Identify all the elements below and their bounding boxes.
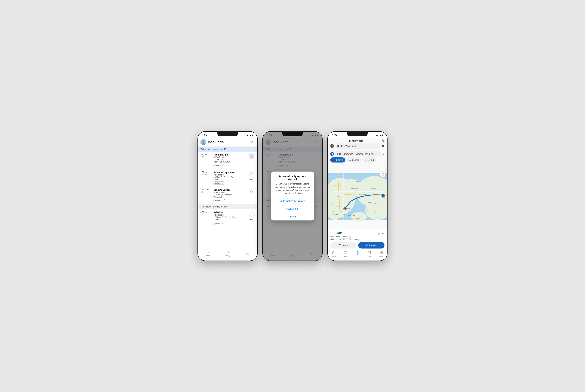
booking-actions-1: ··· — [248, 154, 255, 167]
svg-text:99: 99 — [333, 211, 334, 212]
user-avatar-1 — [200, 139, 206, 145]
transport-walk[interactable]: 🚶 4 hr 9 — [362, 158, 376, 162]
svg-text:BEACON HILL: BEACON HILL — [333, 214, 340, 215]
transport-drive[interactable]: 🚗 30 min — [330, 158, 345, 162]
signal-icon-3 — [376, 134, 378, 136]
nav-icon-1[interactable] — [249, 154, 254, 159]
maps-bottom-nav: Home News — [328, 250, 387, 260]
route-distance: (13 mi) — [378, 232, 385, 235]
maps-nav-apps[interactable]: Apps — [375, 251, 387, 257]
status-time-3: 8:05 — [332, 134, 337, 137]
tomorrow-header-1: Tomorrow • Thursday, Nov 16 — [198, 204, 257, 209]
nav-icon-3[interactable] — [249, 189, 254, 194]
svg-point-27 — [382, 141, 383, 142]
steps-button[interactable]: Steps — [330, 242, 357, 248]
more-button-1[interactable]: ··· — [250, 160, 253, 164]
refresh-button[interactable]: ↻ — [382, 152, 385, 156]
phone-3-screen: 8:05 ▲ ▮ ‹ — [328, 132, 387, 260]
app-header-1: Bookings — [198, 138, 257, 147]
maps-header: ‹ DIRECTIONS — [328, 138, 387, 164]
more-button-2[interactable]: ··· — [250, 178, 253, 181]
booking-item-4[interactable]: 8:00 AM 2h Relecloud Maintenance 17 Mapl… — [198, 209, 257, 227]
svg-text:Bellevue: Bellevue — [364, 209, 369, 211]
preview-button[interactable]: Preview — [358, 242, 385, 248]
map-area[interactable]: VIEW RIDGE Kirkland Redmond Yarrow Point… — [328, 164, 387, 229]
compass-button[interactable] — [380, 172, 385, 177]
svg-text:VIEW RIDGE: VIEW RIDGE — [334, 184, 341, 186]
svg-text:ttle: ttle — [331, 203, 333, 204]
today-header-1: Today • Wednesday, Nov 15 — [198, 147, 257, 152]
nav-home-1[interactable]: ⌂ Home — [198, 250, 218, 257]
phone-1-screen: 8:05 ▲ ▮ — [198, 132, 257, 260]
svg-marker-77 — [366, 245, 367, 246]
status-time-1: 8:05 — [202, 134, 207, 137]
maps-back-button[interactable]: ‹ — [330, 139, 331, 143]
maps-nav-news[interactable]: News — [340, 251, 352, 257]
maps-title: DIRECTIONS — [333, 140, 380, 142]
dialog-btn-always-ask[interactable]: Always ask — [271, 205, 314, 213]
phone-2: 8:05 ▲ ▮ — [262, 131, 323, 261]
svg-text:Kirkland: Kirkland — [356, 181, 361, 182]
svg-point-26 — [383, 140, 384, 141]
svg-rect-88 — [380, 251, 381, 252]
search-button-1[interactable] — [249, 139, 255, 145]
phones-container: 8:05 ▲ ▮ — [197, 131, 388, 261]
notch-3 — [347, 132, 368, 136]
booking-item-1[interactable]: 8:30 AM 30m Fabrikam, Inc. HVAC Repair 2… — [198, 152, 257, 169]
dialog-btn-auto-update[interactable]: Automatically update — [271, 197, 314, 205]
svg-text:I-405: I-405 — [382, 197, 385, 198]
svg-rect-69 — [382, 168, 384, 169]
dialog-overlay: Automatically update status? Do you want… — [263, 132, 322, 260]
svg-rect-91 — [381, 253, 383, 254]
svg-text:I-5: I-5 — [340, 211, 342, 212]
svg-text:Beaux Arts: Beaux Arts — [355, 218, 360, 219]
svg-point-34 — [351, 212, 367, 221]
dialog-body: Do you want to automatically update your… — [271, 182, 314, 197]
more-button-3[interactable]: ··· — [250, 195, 253, 198]
bottom-nav-1: ⌂ Home Library ··· More — [198, 249, 257, 260]
route-traffic: Light traffic · 1 min delay — [330, 236, 385, 238]
svg-text:B: B — [382, 195, 383, 196]
booking-item-2[interactable]: 9:30 AM 2h 15m Adatum Corporation Mainte… — [198, 169, 257, 187]
booking-time-1: 8:30 AM 30m — [200, 154, 212, 167]
svg-rect-90 — [380, 253, 381, 254]
svg-marker-8 — [250, 190, 253, 192]
dialog-btn-never[interactable]: Never — [271, 213, 314, 220]
route-info: 30 min (13 mi) Light traffic · 1 min del… — [328, 229, 387, 250]
svg-point-25 — [382, 140, 383, 140]
maps-filter-button[interactable] — [381, 140, 385, 143]
destination-row: B 2345 Birchwood Redmond, WA 98101 ↻ — [330, 152, 385, 156]
origin-row: A Seattle, Washington ⇄ — [330, 144, 385, 148]
preview-icon — [365, 244, 368, 246]
svg-text:Redmond: Redmond — [372, 188, 376, 189]
svg-rect-11 — [227, 251, 228, 253]
route-actions: Steps Preview — [330, 242, 385, 248]
nav-icon-2[interactable] — [249, 171, 254, 176]
svg-text:Clyde Hill: Clyde Hill — [368, 202, 373, 203]
nav-more-1[interactable]: ··· More — [237, 250, 257, 257]
svg-text:520: 520 — [336, 199, 338, 200]
maps-nav-home[interactable]: Home — [328, 251, 340, 257]
destination-input[interactable]: 2345 Birchwood Redmond, WA 98101 — [335, 152, 381, 156]
swap-button[interactable]: ⇄ — [382, 144, 385, 148]
nav-library-1[interactable]: Library — [218, 250, 238, 257]
maps-nav-cortana[interactable] — [352, 251, 363, 257]
origin-input[interactable]: Seattle, Washington — [335, 144, 381, 148]
svg-text:I-90: I-90 — [343, 214, 345, 215]
wifi-icon-1: ▲ — [249, 134, 251, 136]
svg-rect-68 — [382, 167, 384, 168]
phone-1: 8:05 ▲ ▮ — [197, 131, 258, 261]
maps-nav-tabs[interactable]: 4 Tabs — [363, 251, 375, 257]
booking-details-1: Fabrikam, Inc. HVAC Repair 2345 Birchwoo… — [213, 154, 246, 167]
phone-3: 8:05 ▲ ▮ ‹ — [327, 131, 388, 261]
transport-transit[interactable]: 🚌 34 min — [346, 158, 361, 162]
nav-icon-4[interactable] — [249, 211, 254, 216]
svg-line-4 — [252, 142, 253, 143]
svg-text:MADRONA: MADRONA — [336, 206, 341, 207]
more-button-4[interactable]: ··· — [250, 218, 253, 221]
status-icons-1: ▲ ▮ — [246, 134, 253, 136]
svg-text:LAURELHURST: LAURELHURST — [351, 188, 359, 189]
route-via: via I-5 N, WA-520 E · Toll on route — [330, 238, 385, 240]
layers-button[interactable] — [380, 166, 385, 170]
booking-item-3[interactable]: 12:00 PM 2d Bellows College HVAC Repair … — [198, 187, 257, 204]
